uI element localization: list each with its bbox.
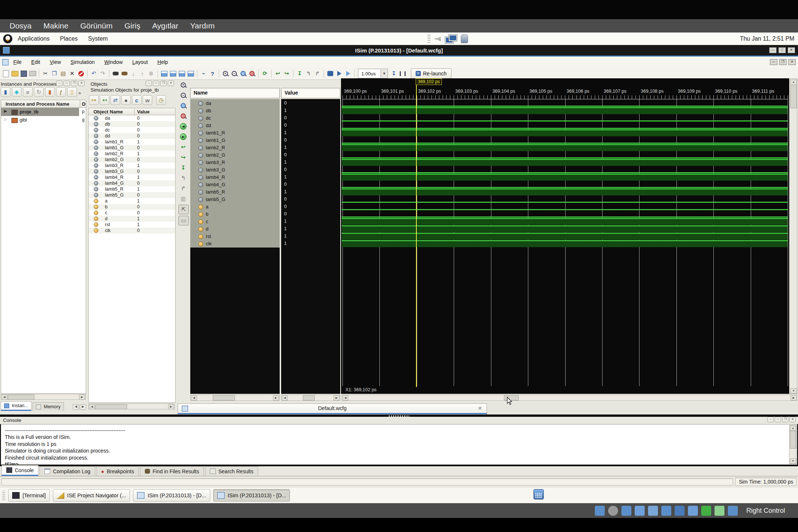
ruler-icon[interactable]: ▭: [178, 216, 189, 225]
zoom-cursor-icon[interactable]: [178, 112, 188, 120]
console-output[interactable]: ----------------------------------------…: [1, 424, 797, 465]
import-next-icon[interactable]: ↪: [178, 153, 188, 162]
prev-transition-icon[interactable]: ↰: [178, 174, 188, 183]
menu-view[interactable]: View: [45, 59, 66, 65]
wave-name-lamb4_G[interactable]: lamb4_G: [190, 181, 280, 188]
gear-icon[interactable]: ⊗: [147, 69, 156, 78]
circular-arrow-icon[interactable]: ↻: [34, 88, 43, 96]
wave-lane-b[interactable]: [342, 211, 788, 218]
wave-lane-dc[interactable]: [342, 115, 788, 122]
paste-icon[interactable]: ▤: [59, 69, 68, 78]
alarm-clock-icon[interactable]: ◷: [157, 96, 166, 105]
scroll-left-icon[interactable]: ◀: [282, 395, 288, 400]
wave-lane-lamb3_G[interactable]: [342, 166, 788, 174]
sig-constant-icon[interactable]: c: [132, 96, 141, 105]
instances-hscrollbar[interactable]: ◀ ▶: [1, 394, 86, 400]
wave-name-d[interactable]: d: [190, 225, 280, 233]
maximize-icon[interactable]: ❐: [160, 81, 167, 86]
doc-list-icon[interactable]: ≡: [23, 88, 32, 96]
taskbar-button-2[interactable]: ISim (P.20131013) - [D...: [133, 489, 210, 502]
zoom-in-icon[interactable]: +: [221, 69, 230, 78]
vbox-menu-makine[interactable]: Makine: [38, 21, 75, 30]
sig-constant-button[interactable]: c: [132, 95, 141, 105]
scroll-left-icon[interactable]: ◀: [89, 404, 95, 409]
wave-name-column[interactable]: dadbdcddlamb1_Rlamb1_Glamb2_Rlamb2_Glamb…: [190, 99, 280, 394]
instance-row-proje_tb[interactable]: ▶proje_tbp: [1, 108, 86, 116]
object-row-lamb3_G[interactable]: lamb3_G0: [89, 168, 175, 174]
wave-value-header[interactable]: Value: [281, 88, 340, 98]
scroll-thumb[interactable]: [95, 404, 127, 409]
win-cascade-icon[interactable]: [160, 69, 168, 78]
wave-value-lamb4_G[interactable]: 0: [284, 181, 341, 188]
measure-icon[interactable]: ▥: [178, 194, 188, 203]
wave-lane-d[interactable]: [342, 225, 788, 233]
wave-lane-c[interactable]: [342, 218, 788, 225]
arrow-up-icon[interactable]: ↑: [138, 69, 147, 78]
restore-icon[interactable]: □: [64, 81, 70, 86]
restore-icon[interactable]: □: [153, 81, 159, 86]
wave-value-d[interactable]: 1: [284, 225, 341, 233]
save-icon[interactable]: [19, 69, 28, 78]
object-row-lamb1_G[interactable]: lamb1_G0: [89, 145, 175, 151]
toolbar-overflow-icon[interactable]: »: [78, 90, 81, 96]
wave-name-lamb1_G[interactable]: lamb1_G: [190, 137, 280, 144]
import-prev-icon[interactable]: ↩: [178, 143, 188, 151]
menu-help[interactable]: Help: [153, 59, 173, 65]
object-row-d[interactable]: d1: [89, 216, 175, 222]
scroll-right-icon[interactable]: ▶: [168, 404, 174, 409]
wave-value-lamb3_G[interactable]: 0: [284, 166, 341, 174]
instances-tree[interactable]: ▶proje_tbp▷glblg: [1, 108, 86, 394]
object-row-dc[interactable]: dc0: [89, 127, 175, 133]
tabs-scroll-right-icon[interactable]: ▶: [80, 404, 86, 410]
close-button[interactable]: ✕: [788, 47, 795, 53]
blue-book-icon[interactable]: ▮: [1, 88, 10, 96]
find-icon[interactable]: [111, 69, 120, 78]
scroll-thumb[interactable]: [213, 395, 235, 400]
tab-breakpoints[interactable]: ●Breakpoints: [96, 466, 139, 476]
object-row-b[interactable]: b0: [89, 204, 175, 210]
float-icon[interactable]: ↔: [146, 81, 152, 86]
wave-name-lamb3_G[interactable]: lamb3_G: [190, 166, 280, 174]
wave-name-lamb4_R[interactable]: lamb4_R: [190, 174, 280, 181]
wave-lane-lamb3_R[interactable]: [342, 159, 788, 166]
taskbar-button-1[interactable]: ISE Project Navigator (...: [53, 489, 130, 502]
prev-transition-icon[interactable]: ↰: [304, 69, 313, 78]
goto-marker-icon[interactable]: ↧: [295, 69, 304, 78]
object-row-clk[interactable]: clk0: [89, 228, 175, 233]
maximize-icon[interactable]: ❐: [71, 81, 77, 86]
wave-lane-lamb5_G[interactable]: [342, 196, 788, 203]
scroll-up-icon[interactable]: ▲: [790, 79, 797, 85]
sig-variable-button[interactable]: w: [143, 95, 152, 105]
tab-close-icon[interactable]: ✕: [478, 405, 482, 411]
sig-variable-icon[interactable]: w: [143, 96, 152, 105]
sig-internal-button[interactable]: ●: [121, 95, 131, 105]
sig-output-button[interactable]: ↤: [100, 95, 109, 105]
yellow-doc-icon[interactable]: ▯: [68, 88, 76, 96]
console-vscrollbar[interactable]: ▲ ▼: [789, 425, 797, 464]
network-icon[interactable]: [715, 506, 724, 516]
wave-name-a[interactable]: a: [190, 203, 280, 211]
pause-icon[interactable]: [398, 69, 407, 78]
wave-name-da[interactable]: da: [190, 100, 280, 107]
gnome-menu-places[interactable]: Places: [55, 35, 83, 42]
fx-button[interactable]: ƒ: [56, 87, 66, 97]
scroll-thumb[interactable]: [790, 431, 796, 449]
float-icon[interactable]: ↔: [767, 417, 774, 422]
minimize-button[interactable]: —: [769, 47, 777, 53]
wave-value-lamb5_R[interactable]: 1: [284, 188, 341, 196]
tab-instances[interactable]: Instan...: [1, 401, 31, 411]
instance-row-glbl[interactable]: ▷glblg: [1, 116, 86, 124]
sig-output-icon[interactable]: ↤: [100, 96, 109, 105]
wave-lane-lamb4_R[interactable]: [342, 174, 788, 181]
object-row-dd[interactable]: dd0: [89, 133, 175, 139]
wave-value-da[interactable]: 0: [284, 100, 341, 107]
wave-value-b[interactable]: 0: [284, 211, 341, 218]
float-icon[interactable]: ↔: [56, 81, 62, 86]
goto-marker-icon[interactable]: ↧: [178, 163, 188, 172]
step-icon[interactable]: ↧: [389, 69, 398, 78]
scroll-left-icon[interactable]: ◀: [191, 395, 197, 400]
tab-console[interactable]: Console: [1, 465, 38, 476]
scroll-down-icon[interactable]: ▼: [790, 458, 796, 464]
win-tile-v-icon[interactable]: [177, 69, 186, 78]
restore-icon[interactable]: □: [775, 417, 781, 422]
